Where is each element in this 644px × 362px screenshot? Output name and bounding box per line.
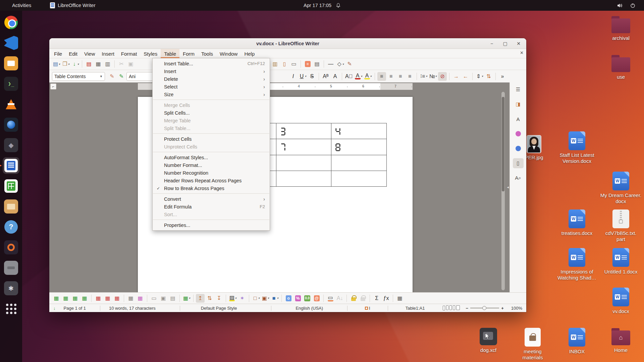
table-background-color-icon[interactable]: ▨▾	[228, 294, 237, 303]
table-cell-reference[interactable]: Table1:A1	[401, 306, 429, 311]
merge-cells-icon[interactable]: ▦	[126, 294, 135, 303]
number-format-date-icon[interactable]: @	[312, 294, 321, 303]
maximize-button[interactable]: ▢	[502, 41, 508, 46]
strikethrough-icon[interactable]: S	[308, 72, 316, 81]
dock-vlc-icon[interactable]	[3, 96, 19, 113]
dock-ubuntu-software-icon[interactable]	[3, 239, 19, 256]
border-color-icon[interactable]: ■▾	[270, 294, 279, 303]
dock-archive-manager-icon[interactable]	[3, 259, 19, 276]
select-table-icon[interactable]: ▦▾	[182, 294, 191, 303]
insert-row-above-icon[interactable]: ▦	[52, 294, 61, 303]
menu-item-convert[interactable]: Convert›	[153, 195, 270, 203]
protect-cells-icon[interactable]	[349, 294, 358, 303]
basic-shapes-icon[interactable]: ◇▾	[336, 60, 344, 68]
menu-item-split-cells[interactable]: Split Cells...	[153, 109, 270, 117]
desktop-icon-inbox[interactable]: WINBOX	[555, 328, 599, 355]
center-vertically-icon[interactable]: ⇅	[205, 294, 214, 303]
tab-stop-selector[interactable]: ⌐	[50, 83, 56, 89]
paragraph-spacing-icon[interactable]: ⇅	[484, 72, 493, 81]
no-list-icon[interactable]: ⊘	[438, 72, 447, 81]
menu-window[interactable]: Window	[216, 49, 241, 58]
menu-styles[interactable]: Styles	[140, 49, 161, 58]
view-layout-single[interactable]	[443, 306, 445, 310]
border-style-icon[interactable]: ▣▾	[261, 294, 270, 303]
title-bar[interactable]: vv.docx - LibreOffice Writer − ▢ ✕	[49, 38, 526, 49]
dock-media-app-icon[interactable]	[3, 116, 19, 133]
dock-libreoffice-calc-icon[interactable]	[3, 178, 19, 194]
dock-libreoffice-impress-icon[interactable]	[3, 55, 19, 72]
superscript-icon[interactable]: Aᴮ	[321, 72, 330, 81]
sidebar-settings-icon[interactable]: ☰	[513, 84, 524, 95]
menu-item-row-to-break-across-pages[interactable]: ✓Row to Break Across Pages	[153, 184, 270, 192]
align-right-icon[interactable]: ≡	[396, 72, 405, 81]
paragraph-border-icon[interactable]: ▭	[326, 294, 335, 303]
formula-icon[interactable]: ƒx	[382, 294, 390, 303]
desktop-icon-my-dream-career[interactable]: WMy Dream Career.docx	[599, 172, 643, 204]
merge-table-icon[interactable]: ▭	[150, 294, 158, 303]
borders-icon[interactable]: □▾	[252, 294, 260, 303]
toolbar-overflow-icon[interactable]: »	[498, 72, 507, 81]
split-cells-icon[interactable]: ▦	[136, 294, 145, 303]
sum-icon[interactable]: Σ	[372, 294, 381, 303]
desktop-icon-meeting-materials[interactable]: meetingmaterials	[511, 328, 554, 361]
dock-file-manager-icon[interactable]	[3, 198, 19, 215]
menu-item-select[interactable]: Select›	[153, 83, 270, 90]
text-language[interactable]: English (USA)	[291, 306, 327, 311]
export-pdf-icon[interactable]: ▤	[85, 60, 93, 68]
desktop-icon-cdv7bb5c[interactable]: cdV7bB5c.txt.part	[599, 209, 643, 242]
dock-video-editor-icon[interactable]: ◆	[3, 137, 19, 154]
increase-indent-icon[interactable]: →	[452, 72, 461, 81]
scrollbar-thumb[interactable]	[502, 97, 504, 191]
unprotect-cells-icon[interactable]	[359, 294, 367, 303]
cross-reference-icon[interactable]: ▭	[289, 60, 298, 68]
properties-icon[interactable]: ◨	[513, 99, 524, 109]
desktop-icon-staff-list[interactable]: WStaff List LatestVersion.docx	[555, 131, 599, 164]
track-changes-icon[interactable]: ▤	[313, 60, 321, 68]
dock-show-applications-icon[interactable]	[3, 300, 19, 317]
volume-icon[interactable]	[617, 3, 623, 8]
copy-icon[interactable]: ▣	[126, 60, 135, 68]
number-format-currency-icon[interactable]: o	[284, 294, 293, 303]
delete-table-icon[interactable]: ▦	[113, 294, 121, 303]
decrease-indent-icon[interactable]: ←	[461, 72, 470, 81]
word-count[interactable]: 10 words, 17 characters	[105, 306, 160, 311]
insert-endnote-icon[interactable]: ▥	[271, 60, 279, 68]
subscript-icon[interactable]: A	[331, 72, 339, 81]
dock-google-chrome-icon[interactable]	[3, 14, 19, 31]
dock-terminal-icon[interactable]: ❯_	[3, 75, 19, 92]
menu-item-sort[interactable]: Sort...	[153, 210, 270, 218]
bullet-list-icon[interactable]: ⁝≡▾	[419, 72, 428, 81]
styles-icon[interactable]: A	[513, 114, 524, 124]
menu-item-insert[interactable]: Insert›	[153, 67, 270, 75]
minimize-button[interactable]: −	[489, 41, 495, 46]
insert-row-below-icon[interactable]: ▦	[61, 294, 70, 303]
menu-view[interactable]: View	[81, 49, 98, 58]
menu-item-header-rows-repeat-across-pages[interactable]: Header Rows Repeat Across Pages	[153, 177, 270, 184]
close-button[interactable]: ✕	[516, 41, 522, 46]
menu-item-merge-cells[interactable]: Merge Cells	[153, 101, 270, 109]
desktop-icon-archival[interactable]: archival	[599, 16, 643, 41]
clear-formatting-icon[interactable]: A⃠	[344, 72, 354, 81]
dock-vs-code-icon[interactable]	[3, 35, 19, 51]
navigator-icon[interactable]	[513, 143, 524, 154]
desktop-icon-use[interactable]: use	[599, 55, 643, 80]
menu-item-merge-table[interactable]: Merge Table	[153, 117, 270, 124]
align-left-icon[interactable]: ≡	[377, 72, 386, 81]
table-cell[interactable]	[331, 139, 387, 155]
menu-form[interactable]: Form	[179, 49, 198, 58]
dock-libreoffice-writer-icon[interactable]	[3, 157, 19, 174]
number-format-decimal-icon[interactable]: 0.0	[303, 294, 312, 303]
underline-icon[interactable]: U▾	[298, 72, 307, 81]
menu-item-edit-formula[interactable]: Edit FormulaF2	[153, 203, 270, 210]
menu-file[interactable]: File	[51, 49, 65, 58]
highlight-color-icon[interactable]: A▾	[364, 72, 372, 81]
split-table-icon[interactable]: ▣	[159, 294, 168, 303]
zoom-out-icon[interactable]: −	[466, 306, 469, 311]
menu-item-size[interactable]: Size›	[153, 90, 270, 98]
desktop-icon-vv-docx[interactable]: Wvv.docx	[599, 288, 643, 314]
menu-item-split-table[interactable]: Split Table...	[153, 124, 270, 132]
table-cell[interactable]	[331, 171, 387, 187]
menu-insert[interactable]: Insert	[98, 49, 118, 58]
desktop-icon-impressions[interactable]: WImpressions ofWatching Shad…	[555, 248, 599, 281]
zoom-slider[interactable]: − +	[463, 306, 507, 311]
